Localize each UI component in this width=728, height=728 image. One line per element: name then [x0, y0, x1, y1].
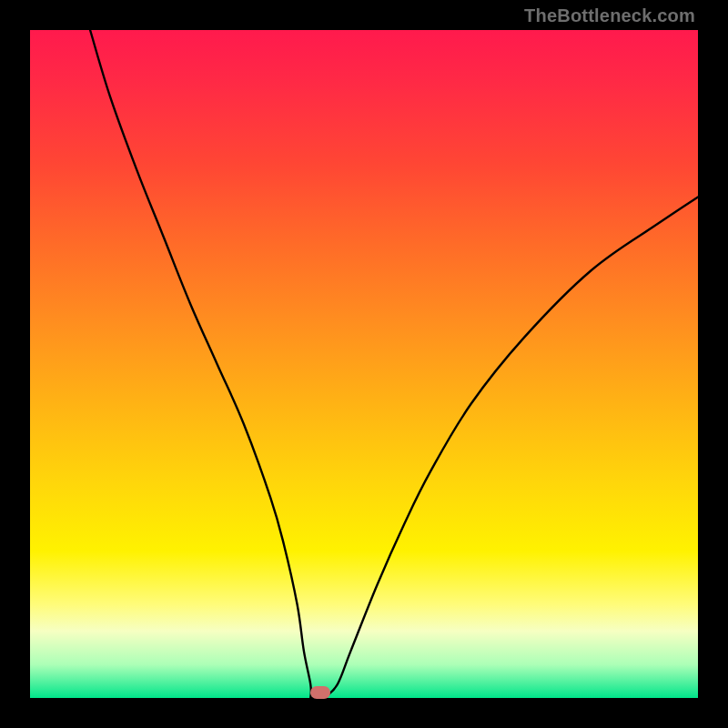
plot-area — [30, 30, 698, 698]
watermark-text: TheBottleneck.com — [524, 5, 695, 26]
optimal-point-marker — [310, 686, 330, 699]
bottleneck-curve — [30, 30, 698, 698]
chart-frame: TheBottleneck.com — [0, 0, 728, 728]
